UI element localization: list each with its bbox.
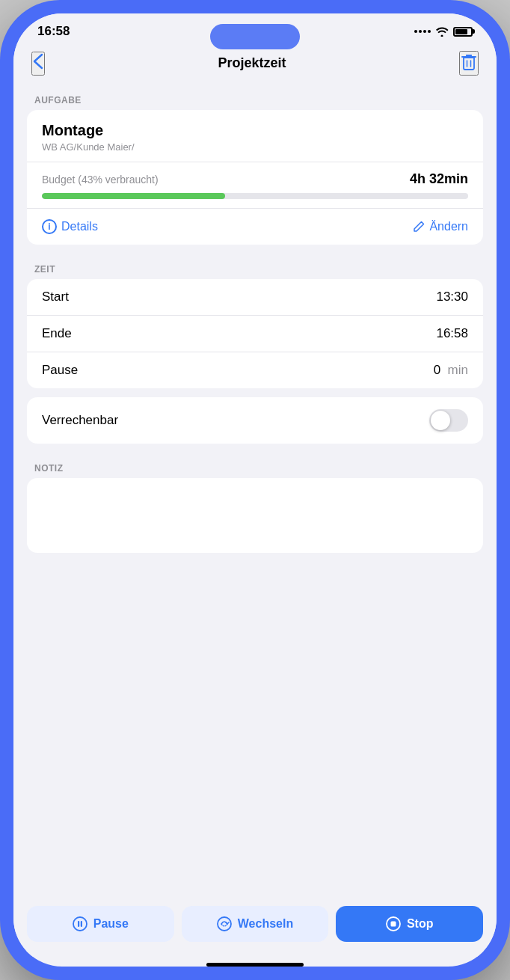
wechseln-button[interactable]: Wechseln bbox=[182, 906, 329, 942]
notiz-section-label: NOTIZ bbox=[13, 453, 497, 478]
svg-point-6 bbox=[218, 917, 231, 931]
verrechenbar-toggle[interactable] bbox=[429, 409, 468, 432]
signal-icon bbox=[414, 30, 431, 33]
wechseln-label: Wechseln bbox=[238, 917, 293, 931]
task-name: Montage bbox=[42, 122, 468, 139]
pause-label: Pause bbox=[93, 917, 129, 931]
details-button[interactable]: i Details bbox=[42, 219, 98, 234]
progress-bar-bg bbox=[42, 193, 468, 199]
svg-rect-5 bbox=[81, 921, 82, 927]
stop-label: Stop bbox=[407, 917, 434, 931]
bottom-bar: Pause Wechseln Stop bbox=[13, 897, 497, 957]
status-bar: 16:58 bbox=[13, 13, 497, 45]
pause-icon bbox=[73, 916, 87, 931]
aufgabe-card: Montage WB AG/Kunde Maier/ Budget (43% v… bbox=[27, 110, 483, 245]
aufgabe-section-label: AUFGABE bbox=[13, 85, 497, 110]
pause-value: 0 min bbox=[434, 363, 468, 378]
nav-title: Projektzeit bbox=[218, 55, 286, 71]
details-label: Details bbox=[61, 220, 98, 233]
home-indicator bbox=[206, 963, 304, 967]
wifi-icon bbox=[435, 26, 449, 37]
ende-row: Ende 16:58 bbox=[27, 316, 483, 352]
info-icon: i bbox=[42, 219, 57, 234]
task-header: Montage WB AG/Kunde Maier/ bbox=[27, 110, 483, 162]
start-value: 13:30 bbox=[436, 290, 468, 304]
wechseln-icon bbox=[217, 916, 232, 931]
task-sub: WB AG/Kunde Maier/ bbox=[42, 141, 468, 153]
aendern-button[interactable]: Ändern bbox=[413, 220, 468, 233]
trash-button[interactable] bbox=[459, 51, 479, 76]
zeit-section-label: ZEIT bbox=[13, 254, 497, 279]
svg-rect-4 bbox=[78, 921, 79, 927]
zeit-card: Start 13:30 Ende 16:58 Pause 0 min bbox=[27, 279, 483, 388]
progress-bar-fill bbox=[42, 193, 225, 199]
start-label: Start bbox=[42, 290, 69, 304]
action-row: i Details Ändern bbox=[27, 209, 483, 245]
battery-icon bbox=[453, 27, 473, 37]
back-button[interactable] bbox=[31, 52, 45, 76]
nav-bar: Projektzeit bbox=[13, 45, 497, 85]
svg-rect-8 bbox=[390, 922, 396, 927]
dynamic-island bbox=[210, 24, 300, 49]
aendern-label: Ändern bbox=[429, 220, 468, 233]
svg-point-3 bbox=[73, 917, 87, 931]
budget-row: Budget (43% verbraucht) 4h 32min bbox=[42, 171, 468, 187]
status-icons bbox=[414, 26, 473, 37]
scroll-content: AUFGABE Montage WB AG/Kunde Maier/ Budge… bbox=[13, 85, 497, 897]
ende-label: Ende bbox=[42, 326, 72, 341]
pause-button[interactable]: Pause bbox=[27, 906, 174, 942]
pencil-icon bbox=[413, 221, 425, 233]
budget-remaining: 4h 32min bbox=[410, 171, 468, 187]
phone-inner: 16:58 bbox=[13, 13, 497, 967]
start-row: Start 13:30 bbox=[27, 279, 483, 316]
verrechenbar-card: Verrechenbar bbox=[27, 397, 483, 444]
ende-value: 16:58 bbox=[436, 326, 468, 341]
toggle-thumb bbox=[431, 411, 450, 430]
stop-button[interactable]: Stop bbox=[336, 906, 483, 942]
notiz-card[interactable] bbox=[27, 478, 483, 553]
pause-row: Pause 0 min bbox=[27, 352, 483, 388]
verrechenbar-label: Verrechenbar bbox=[42, 413, 118, 428]
budget-label: Budget (43% verbraucht) bbox=[42, 174, 159, 186]
status-time: 16:58 bbox=[37, 24, 70, 39]
phone-frame: 16:58 bbox=[0, 0, 510, 980]
budget-section: Budget (43% verbraucht) 4h 32min bbox=[27, 162, 483, 209]
pause-label: Pause bbox=[42, 363, 78, 378]
stop-icon bbox=[386, 916, 401, 931]
